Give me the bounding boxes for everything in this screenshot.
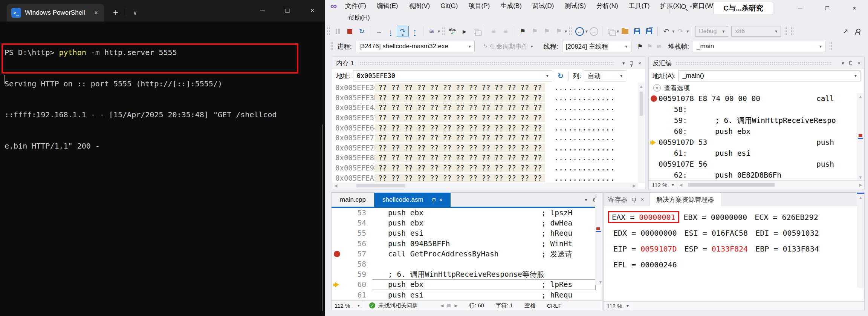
- eol-indicator[interactable]: CRLF: [547, 302, 562, 309]
- menu-item[interactable]: 分析(N): [591, 0, 623, 12]
- tab-registers[interactable]: 寄存器 ×: [604, 195, 647, 204]
- copy-structure-button[interactable]: [471, 26, 483, 37]
- maximize-button[interactable]: □: [814, 0, 841, 17]
- next-bookmark-button[interactable]: ⚑: [541, 26, 553, 37]
- panel-close-icon[interactable]: ×: [857, 60, 860, 66]
- dropdown-icon[interactable]: ▾: [686, 29, 689, 34]
- zoom-control[interactable]: 112 %▾: [649, 181, 677, 189]
- problems-indicator[interactable]: 未找到相关问题: [378, 302, 418, 309]
- scrollbar-thumb[interactable]: [640, 92, 643, 116]
- step-out-button[interactable]: ↑: [409, 26, 421, 37]
- new-tab-button[interactable]: +: [113, 7, 118, 18]
- panel-dropdown-icon[interactable]: ▾: [622, 60, 625, 66]
- previous-bookmark-button[interactable]: ⚑: [529, 26, 541, 37]
- restart-button[interactable]: ↻: [356, 26, 368, 37]
- search-control[interactable]: ▾: [681, 4, 692, 9]
- panel-dropdown-icon[interactable]: ▾: [842, 60, 844, 66]
- tab-close-icon[interactable]: ×: [439, 196, 443, 203]
- minimize-button[interactable]: ─: [250, 0, 275, 21]
- toolbar-grip[interactable]: [829, 41, 832, 51]
- zoom-control[interactable]: 112 %▾: [332, 301, 363, 310]
- disassembly-gutter[interactable]: [649, 95, 659, 102]
- stop-debugging-button[interactable]: [344, 26, 356, 37]
- redo-button[interactable]: ↷: [674, 26, 686, 37]
- decrease-indent-button[interactable]: ≡: [487, 26, 500, 37]
- pin-icon[interactable]: [633, 198, 636, 201]
- close-button[interactable]: ×: [300, 0, 325, 21]
- disassembly-panel-header[interactable]: 反汇编 ▾ ×: [649, 57, 864, 69]
- view-options-toggle[interactable]: ∨ 查看选项: [649, 83, 864, 93]
- save-all-button[interactable]: [643, 26, 655, 37]
- toolbar-grip[interactable]: [784, 26, 787, 36]
- show-threads-flag-icon[interactable]: ⚑: [637, 43, 643, 51]
- terminal-scrollbar[interactable]: [322, 124, 323, 311]
- increase-indent-button[interactable]: ≡: [500, 26, 512, 37]
- tab-solution-explorer[interactable]: 解决方案资源管理器: [649, 193, 721, 206]
- show-next-statement-button[interactable]: →: [373, 26, 385, 37]
- panel-close-icon[interactable]: ×: [638, 60, 641, 66]
- menu-item[interactable]: 调试(D): [527, 0, 559, 12]
- thread-combo[interactable]: [20824] 主线程▾: [562, 41, 631, 52]
- disassembly-address-combo[interactable]: _main()▾: [679, 70, 860, 81]
- menu-item[interactable]: 视图(V): [403, 0, 436, 12]
- undo-button[interactable]: ↶: [660, 26, 672, 37]
- maximize-button[interactable]: □: [275, 0, 300, 21]
- breakpoint-icon[interactable]: [651, 95, 657, 102]
- memory-address-combo[interactable]: 0x005EFE30▾: [353, 70, 552, 81]
- registers-vertical-scrollbar[interactable]: ▲: [857, 193, 864, 288]
- menu-item[interactable]: 文件(F): [340, 0, 371, 12]
- tab-list-dropdown-icon[interactable]: ▾: [585, 197, 587, 202]
- editor-gutter[interactable]: [332, 282, 342, 287]
- code-editor[interactable]: 53push ebx; lpszH54push ebx; dwHea55push…: [332, 208, 602, 300]
- zoom-control[interactable]: 112 %▾: [604, 302, 632, 310]
- tab-close-icon[interactable]: ×: [93, 8, 99, 17]
- memory-vertical-scrollbar[interactable]: ▲: [638, 83, 645, 183]
- toolbar-grip[interactable]: [327, 26, 330, 36]
- split-handle-icon[interactable]: ↕: [595, 194, 597, 199]
- toolbar-grip[interactable]: [791, 26, 793, 36]
- registers-horizontal-scrollbar[interactable]: [632, 302, 864, 310]
- dropdown-icon[interactable]: ▾: [565, 29, 567, 34]
- memory-panel-header[interactable]: 内存 1 ▾ ×: [332, 57, 645, 69]
- disassembly-code[interactable]: 00591078 E8 74 00 00 00call58:59:; 6. 调用…: [649, 93, 857, 181]
- tab-main-cpp[interactable]: main.cpp: [332, 193, 374, 207]
- clear-bookmarks-button[interactable]: ⚑: [553, 26, 565, 37]
- step-over-button[interactable]: ↷: [397, 26, 409, 37]
- pin-icon[interactable]: [630, 61, 633, 64]
- scrollbar-thumb[interactable]: [356, 184, 405, 187]
- open-file-button[interactable]: [619, 26, 631, 37]
- disassembly-vertical-scrollbar[interactable]: ▲ ▼: [857, 93, 864, 181]
- run-to-click-button[interactable]: ▶: [458, 26, 471, 37]
- memory-columns-combo[interactable]: 自动▾: [584, 70, 626, 81]
- registers-content[interactable]: EAX = 00000001EBX = 00000000ECX = 626EB2…: [604, 206, 864, 301]
- minimize-button[interactable]: ─: [787, 0, 814, 17]
- refresh-icon[interactable]: ↻: [558, 72, 564, 80]
- tab-dropdown-icon[interactable]: ∨: [133, 9, 137, 16]
- menu-item[interactable]: 编辑(E): [371, 0, 403, 12]
- editor-vertical-scrollbar[interactable]: ↕ ▼: [595, 193, 602, 285]
- thread-marker-icon[interactable]: ≋: [656, 43, 662, 51]
- share-button[interactable]: ↗: [839, 26, 851, 37]
- stack-frame-combo[interactable]: _main▾: [693, 41, 825, 52]
- intellitrace-button[interactable]: ≋: [426, 26, 438, 37]
- scrollbar-thumb[interactable]: [688, 183, 775, 187]
- process-combo[interactable]: [32476] shellcode-masm32.exe▾: [356, 41, 475, 52]
- disassembly-horizontal-scrollbar[interactable]: ◀▶: [677, 181, 864, 189]
- lifecycle-events-button[interactable]: ϟ生命周期事件▾: [484, 42, 533, 51]
- tab-shellcode-asm[interactable]: shellcode.asm ×: [374, 193, 451, 207]
- memory-horizontal-scrollbar[interactable]: ◀▶: [332, 183, 638, 189]
- spell-check-button[interactable]: abc✓: [446, 26, 458, 37]
- navigate-back-button[interactable]: ←: [573, 26, 585, 37]
- new-project-button[interactable]: [605, 26, 617, 37]
- toggle-bookmark-button[interactable]: ⚑: [517, 26, 529, 37]
- disassembly-gutter[interactable]: [649, 140, 659, 145]
- menu-item[interactable]: 项目(P): [463, 0, 495, 12]
- toolbar-grip[interactable]: [569, 26, 572, 36]
- menu-item[interactable]: 生成(B): [495, 0, 527, 12]
- breakpoint-icon[interactable]: [334, 251, 340, 257]
- search-dropdown-icon[interactable]: ▾: [690, 4, 692, 9]
- pin-icon[interactable]: [432, 198, 436, 201]
- column-indicator[interactable]: 字符: 1: [495, 302, 513, 309]
- spaces-indicator[interactable]: 空格: [524, 302, 536, 309]
- memory-grid[interactable]: 0x005EFE30?? ?? ?? ?? ?? ?? ?? ?? ?? ?? …: [332, 83, 638, 183]
